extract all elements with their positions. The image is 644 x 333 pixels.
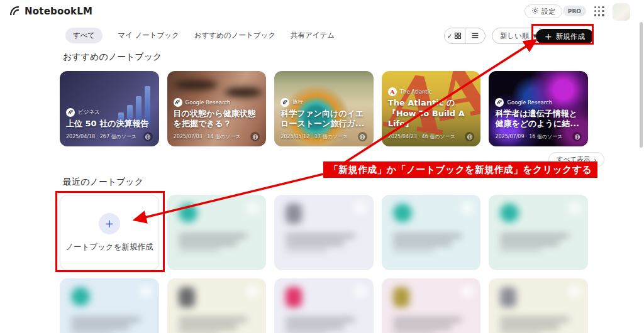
notebooklm-badge-icon xyxy=(280,98,289,107)
photo-decoration xyxy=(174,80,218,90)
grid-view-segment[interactable]: ✓ xyxy=(445,28,465,43)
list-view-segment[interactable] xyxy=(465,28,486,43)
create-new-label: 新規作成 xyxy=(556,32,585,41)
notebooklm-badge-icon xyxy=(66,108,75,117)
globe-icon xyxy=(358,132,367,141)
card-meta: 2025/05/12 · 17 個のソース xyxy=(280,133,348,140)
create-notebook-label: ノートブックを新規作成 xyxy=(65,242,153,253)
tab-all[interactable]: すべて xyxy=(65,28,103,43)
tab-shared-items[interactable]: 共有アイテム xyxy=(291,31,335,40)
card-badge: 旅行 xyxy=(292,99,303,106)
card-title: 科学者は遺伝子情報と健康をどのように結... xyxy=(495,109,582,129)
recent-section-title: 最近のノートブック xyxy=(63,177,143,188)
annotation-label: 「新規作成」か「ノートブックを新規作成」をクリックする xyxy=(323,161,597,178)
card-meta: 2025/04/18 · 267 個のソース xyxy=(66,133,136,140)
notebooklm-page: NotebookLM 設定 PRO すべて マイ ノートブック おすすめのノート… xyxy=(0,0,644,333)
filter-toolbar: すべて マイ ノートブック おすすめのノートブック 共有アイテム ✓ xyxy=(0,28,644,44)
featured-notebooks-grid: ビジネス 上位 50 社の決算報告 2025/04/18 · 267 個のソース xyxy=(60,71,588,146)
globe-icon xyxy=(250,132,260,141)
card-meta: 2025/07/09 · 16 個のソース xyxy=(495,133,562,140)
notebook-card-blurred[interactable] xyxy=(489,278,588,333)
card-badge: ビジネス xyxy=(78,109,100,116)
notebook-card-blurred[interactable] xyxy=(382,195,481,270)
notebook-card-blurred[interactable] xyxy=(274,195,374,270)
globe-icon xyxy=(143,132,153,141)
recent-notebooks-grid: + ノートブックを新規作成 xyxy=(60,195,588,333)
create-notebook-card[interactable]: + ノートブックを新規作成 xyxy=(60,195,159,270)
notebook-card-blurred[interactable] xyxy=(489,195,588,270)
card-badge: Google Research xyxy=(507,99,552,106)
settings-button[interactable]: 設定 xyxy=(525,4,562,18)
card-title: 目の状態から健康状態を把握できる？ xyxy=(174,109,260,129)
app-logo[interactable]: NotebookLM xyxy=(9,5,92,17)
notebook-tabs: すべて マイ ノートブック おすすめのノートブック 共有アイテム xyxy=(65,28,335,43)
globe-icon xyxy=(572,132,582,141)
card-badge: Google Research xyxy=(186,99,231,106)
globe-icon xyxy=(465,132,474,141)
featured-card-atlantic[interactable]: A A A The Atlantic The Atlantic の『How To… xyxy=(382,71,481,146)
featured-section-title: おすすめのノートブック xyxy=(63,52,162,63)
tab-featured-notebooks[interactable]: おすすめのノートブック xyxy=(194,31,275,40)
tab-my-notebooks[interactable]: マイ ノートブック xyxy=(118,31,179,40)
pro-badge: PRO xyxy=(563,6,586,16)
gear-icon xyxy=(531,7,539,16)
notebook-card-blurred[interactable] xyxy=(167,195,267,270)
card-meta: 2025/04/23 · 46 個のソース xyxy=(388,133,455,140)
google-apps-icon[interactable] xyxy=(594,6,605,17)
atlantic-badge-icon: A xyxy=(388,87,397,96)
grid-view-icon xyxy=(454,30,462,42)
notebook-card-blurred[interactable] xyxy=(167,278,267,333)
notebooklm-badge-icon xyxy=(495,98,504,107)
scrollbar-thumb[interactable] xyxy=(640,22,643,148)
list-view-icon xyxy=(471,30,479,42)
notebooklm-badge-icon xyxy=(174,98,182,107)
notebook-card-blurred[interactable] xyxy=(274,278,374,333)
notebook-card-blurred[interactable] xyxy=(382,278,481,333)
notebooklm-logo-icon xyxy=(9,5,21,17)
card-badge: The Atlantic xyxy=(400,89,432,95)
featured-card-business[interactable]: ビジネス 上位 50 社の決算報告 2025/04/18 · 267 個のソース xyxy=(60,71,159,146)
sort-label: 新しい順 xyxy=(500,31,530,41)
featured-card-yellowstone[interactable]: 旅行 科学ファン向けのイエローストーン旅行ガ... 2025/05/12 · 1… xyxy=(274,71,374,146)
card-title: 上位 50 社の決算報告 xyxy=(66,119,153,129)
view-toggle: ✓ xyxy=(444,28,486,44)
notebook-card-blurred[interactable] xyxy=(60,278,159,333)
plus-icon: + xyxy=(545,32,552,41)
app-header: NotebookLM 設定 PRO xyxy=(0,0,644,23)
plus-icon: + xyxy=(99,213,120,234)
create-new-button[interactable]: + 新規作成 xyxy=(536,29,594,44)
featured-card-genetics[interactable]: Google Research 科学者は遺伝子情報と健康をどのように結... 2… xyxy=(489,71,588,146)
avatar[interactable] xyxy=(613,3,630,21)
app-title: NotebookLM xyxy=(25,6,92,17)
check-icon: ✓ xyxy=(447,33,452,40)
card-meta: 2025/07/03 · 14 個のソース xyxy=(174,133,241,140)
card-title: 科学ファン向けのイエローストーン旅行ガ... xyxy=(280,109,367,129)
settings-label: 設定 xyxy=(541,7,555,16)
card-title: The Atlantic の『How To Build A Life』 xyxy=(388,98,475,129)
featured-card-eye-health[interactable]: Google Research 目の状態から健康状態を把握できる？ 2025/0… xyxy=(167,71,267,146)
